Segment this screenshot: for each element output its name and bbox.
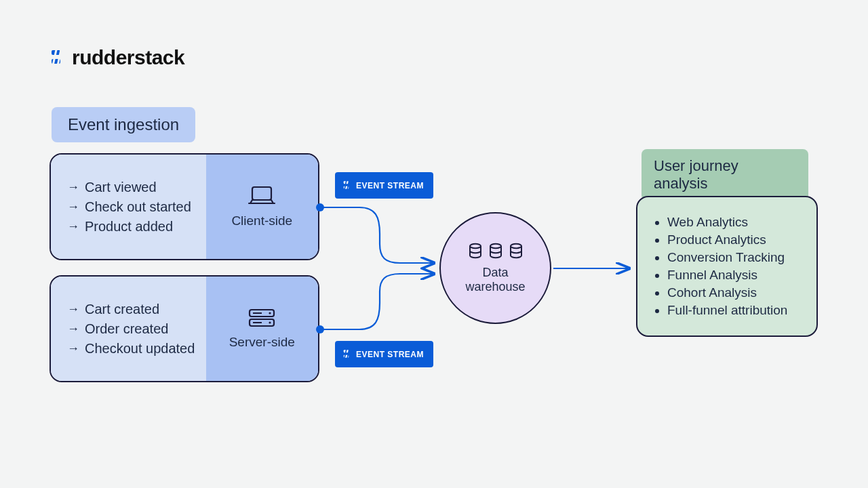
arrow-right-icon: → [67,302,79,317]
arrow-right-icon: → [67,342,79,356]
list-item: →Check out started [67,199,198,215]
server-side-panel: Server-side [206,277,318,381]
list-item: →Cart created [67,302,198,317]
data-warehouse-node: Data warehouse [439,212,551,324]
event-ingestion-title: Event ingestion [52,107,195,142]
list-item: Product Analytics [667,232,802,247]
svg-point-20 [490,244,501,248]
list-item: →Order created [67,321,198,337]
event-stream-label: EVENT STREAM [356,181,424,190]
server-event-list: →Cart created →Order created →Checkout u… [51,277,206,381]
brand-mark-icon [343,349,352,359]
data-warehouse-label: Data warehouse [465,266,525,293]
server-icon [247,308,277,328]
user-journey-analysis-title: User journey analysis [642,149,808,201]
event-stream-badge: EVENT STREAM [335,172,433,199]
arrow-right-icon: → [67,322,79,336]
list-item: Conversion Tracking [667,250,802,265]
list-item: Cohort Analysis [667,285,802,300]
arrow-right-icon: → [67,200,79,214]
svg-point-19 [470,244,481,248]
database-icon [509,243,524,260]
client-side-label: Client-side [231,214,292,228]
user-journey-analysis-box: Web Analytics Product Analytics Conversi… [636,196,818,337]
client-side-source-box: →Cart viewed →Check out started →Product… [50,153,319,260]
analysis-list: Web Analytics Product Analytics Conversi… [652,215,802,318]
connector-dot [316,325,324,333]
connector-dot [316,203,324,211]
event-stream-label: EVENT STREAM [356,350,424,359]
event-stream-badge: EVENT STREAM [335,341,433,367]
arrow-right-icon: → [67,220,79,234]
brand-name: rudderstack [72,46,184,69]
database-icons [468,243,524,260]
svg-point-8 [269,321,271,323]
list-item: Web Analytics [667,215,802,230]
server-side-source-box: →Cart created →Order created →Checkout u… [50,275,319,382]
client-event-list: →Cart viewed →Check out started →Product… [51,155,206,259]
svg-rect-4 [252,187,271,200]
database-icon [488,243,503,260]
svg-point-7 [269,312,271,314]
server-side-label: Server-side [229,335,295,350]
database-icon [468,243,483,260]
brand-logo: rudderstack [52,46,184,69]
list-item: →Product added [67,219,198,235]
laptop-icon [247,185,277,207]
list-item: Funnel Analysis [667,268,802,283]
client-side-panel: Client-side [206,155,318,259]
list-item: →Cart viewed [67,180,198,195]
list-item: →Checkout updated [67,341,198,357]
brand-mark-icon [343,180,352,190]
brand-mark-icon [52,49,65,66]
svg-point-21 [511,244,521,248]
list-item: Full-funnel attribution [667,303,802,318]
arrow-right-icon: → [67,180,79,195]
